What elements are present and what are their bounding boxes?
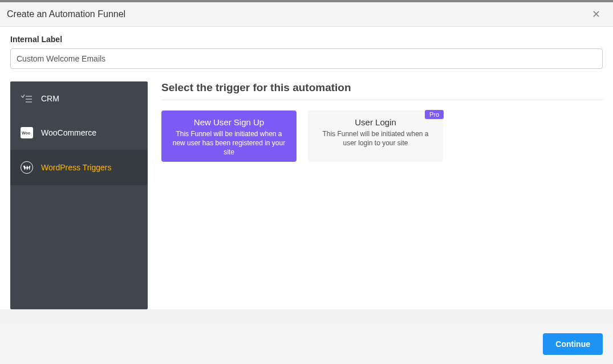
continue-button[interactable]: Continue (543, 333, 603, 355)
sidebar-item-label: WooCommerce (41, 128, 96, 137)
card-title: New User Sign Up (194, 117, 264, 127)
internal-label-input[interactable] (10, 48, 603, 69)
sidebar-item-wordpress[interactable]: WordPress Triggers (10, 150, 148, 185)
card-desc: This Funnel will be initiated when a use… (316, 129, 435, 148)
checklist-icon (21, 93, 33, 104)
modal-title: Create an Automation Funnel (7, 9, 125, 19)
wordpress-icon (21, 161, 33, 174)
modal-header: Create an Automation Funnel ✕ (0, 2, 613, 27)
form-area: Internal Label (0, 27, 613, 81)
sidebar-item-woocommerce[interactable]: Woo WooCommerce (10, 116, 148, 150)
sidebar-item-label: WordPress Triggers (41, 163, 111, 172)
card-desc: This Funnel will be initiated when a new… (169, 129, 289, 157)
sidebar-item-label: CRM (41, 94, 59, 103)
svg-text:Woo: Woo (22, 131, 30, 135)
trigger-category-sidebar: CRM Woo WooCommerce WordPress Triggers (10, 81, 148, 309)
trigger-cards-row: New User Sign Up This Funnel will be ini… (161, 111, 603, 162)
main-pane: Select the trigger for this automation N… (161, 81, 613, 309)
sidebar-item-crm[interactable]: CRM (10, 81, 148, 116)
trigger-card-user-login[interactable]: Pro User Login This Funnel will be initi… (308, 111, 443, 162)
content-columns: CRM Woo WooCommerce WordPress Triggers S… (0, 81, 613, 309)
close-icon[interactable]: ✕ (590, 8, 603, 21)
pro-badge: Pro (425, 110, 444, 119)
woo-icon: Woo (21, 127, 33, 138)
modal-footer: Continue (0, 324, 613, 364)
card-title: User Login (355, 117, 396, 127)
internal-label-title: Internal Label (10, 35, 603, 44)
trigger-card-new-user-signup[interactable]: New User Sign Up This Funnel will be ini… (161, 111, 297, 162)
section-title: Select the trigger for this automation (161, 81, 603, 100)
